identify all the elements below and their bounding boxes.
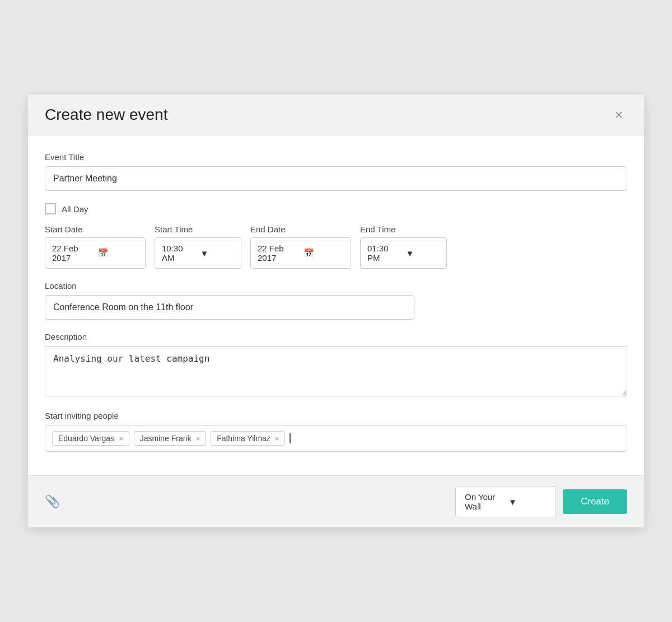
create-button[interactable]: Create — [563, 489, 627, 514]
all-day-row: All Day — [45, 203, 627, 214]
inviting-group: Start inviting people Eduardo Vargas × J… — [45, 411, 627, 452]
description-group: Description Analysing our latest campaig… — [45, 332, 627, 399]
attach-icon[interactable]: 📎 — [45, 494, 60, 509]
start-date-group: Start Date 22 Feb 2017 📅 — [45, 225, 146, 269]
inviting-label: Start inviting people — [45, 411, 627, 420]
invitee-name: Jasmine Frank — [140, 434, 192, 443]
start-time-arrow: ▼ — [200, 249, 235, 258]
invitee-tag: Fathima Yilmaz × — [211, 431, 285, 446]
dialog-header: Create new event × — [28, 95, 644, 135]
event-title-group: Event Title — [45, 152, 627, 191]
start-time-label: Start Time — [155, 225, 241, 234]
end-date-input[interactable]: 22 Feb 2017 📅 — [250, 237, 351, 269]
dialog-footer: 📎 On Your Wall ▼ Create — [28, 475, 644, 527]
end-time-value: 01:30 PM — [367, 244, 402, 263]
end-time-select[interactable]: 01:30 PM ▼ — [360, 237, 447, 269]
start-time-select[interactable]: 10:30 AM ▼ — [155, 237, 241, 269]
wall-select-arrow: ▼ — [508, 497, 547, 507]
invitee-tag: Jasmine Frank × — [134, 431, 206, 446]
remove-invitee-icon[interactable]: × — [196, 434, 200, 443]
invitee-name: Fathima Yilmaz — [217, 434, 270, 443]
end-time-group: End Time 01:30 PM ▼ — [360, 225, 447, 269]
description-label: Description — [45, 332, 627, 342]
remove-invitee-icon[interactable]: × — [275, 434, 279, 443]
end-date-label: End Date — [250, 225, 351, 234]
event-title-input[interactable] — [45, 166, 627, 191]
location-group: Location — [45, 281, 627, 320]
close-button[interactable]: × — [610, 106, 627, 124]
location-input[interactable] — [45, 295, 414, 320]
create-event-dialog: Create new event × Event Title All Day S… — [28, 95, 644, 527]
dialog-title: Create new event — [45, 106, 167, 124]
start-time-group: Start Time 10:30 AM ▼ — [155, 225, 241, 269]
event-title-label: Event Title — [45, 152, 627, 162]
end-date-value: 22 Feb 2017 — [258, 244, 298, 263]
all-day-label: All Day — [62, 204, 88, 214]
invitee-name: Eduardo Vargas — [58, 434, 114, 443]
end-time-label: End Time — [360, 225, 447, 234]
end-time-arrow: ▼ — [406, 249, 440, 258]
calendar-icon-start: 📅 — [98, 248, 138, 258]
calendar-icon-end: 📅 — [304, 248, 344, 258]
remove-invitee-icon[interactable]: × — [119, 434, 123, 443]
start-time-value: 10:30 AM — [162, 244, 196, 263]
invitees-box[interactable]: Eduardo Vargas × Jasmine Frank × Fathima… — [45, 425, 627, 452]
wall-select-value: On Your Wall — [465, 492, 503, 511]
wall-select[interactable]: On Your Wall ▼ — [455, 486, 556, 517]
text-cursor — [290, 433, 291, 443]
end-date-group: End Date 22 Feb 2017 📅 — [250, 225, 351, 269]
start-date-value: 22 Feb 2017 — [52, 244, 92, 263]
location-label: Location — [45, 281, 627, 291]
dialog-body: Event Title All Day Start Date 22 Feb 20… — [28, 135, 644, 475]
all-day-checkbox[interactable] — [45, 203, 56, 214]
footer-right: On Your Wall ▼ Create — [455, 486, 627, 517]
date-time-row: Start Date 22 Feb 2017 📅 Start Time 10:3… — [45, 225, 627, 269]
invitee-tag: Eduardo Vargas × — [52, 431, 129, 446]
description-input[interactable]: Analysing our latest campaign — [45, 346, 627, 396]
start-date-input[interactable]: 22 Feb 2017 📅 — [45, 237, 146, 269]
start-date-label: Start Date — [45, 225, 146, 234]
